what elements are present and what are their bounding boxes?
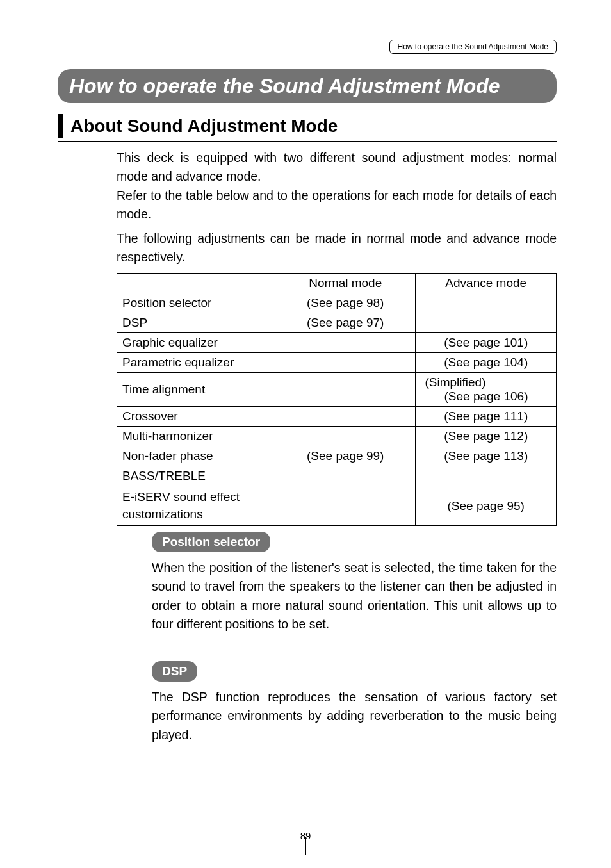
table-row: Position selector (See page 98) [117,293,557,313]
position-selector-heading: Position selector [152,532,270,552]
cell-label: E-iSERV sound effect customizations [117,486,275,526]
th-normal-mode: Normal mode [275,274,416,293]
cell-label: Parametric equalizer [117,353,275,373]
cell-advance: (See page 101) [416,333,557,353]
cell-normal: (See page 99) [275,446,416,466]
dsp-heading: DSP [152,661,197,682]
breadcrumb: How to operate the Sound Adjustment Mode [389,40,557,54]
dsp-body: The DSP function reproduces the sensatio… [152,688,557,744]
cell-advance-line2: (See page 106) [425,389,551,404]
table-header-row: Normal mode Advance mode [117,274,557,293]
cell-label: DSP [117,313,275,333]
cell-normal [275,407,416,427]
cell-normal [275,466,416,486]
cell-advance: (Simplified) (See page 106) [416,373,557,407]
cell-advance [416,313,557,333]
page-tick [306,837,306,855]
section-heading-text: About Sound Adjustment Mode [70,116,338,136]
pill-position-selector: Position selector [152,532,270,552]
cell-label: Graphic equalizer [117,333,275,353]
cell-normal: (See page 97) [275,313,416,333]
section-heading: About Sound Adjustment Mode [58,114,338,138]
cell-advance: (See page 111) [416,407,557,427]
position-selector-body: When the position of the listener's seat… [152,559,557,634]
table-row: Crossover (See page 111) [117,407,557,427]
cell-normal [275,373,416,407]
table-row: Time alignment (Simplified) (See page 10… [117,373,557,407]
cell-advance-line1: (Simplified) [425,375,551,389]
pill-dsp: DSP [152,661,197,682]
intro-paragraphs: This deck is equipped with two different… [117,149,557,224]
intro-p3-block: The following adjustments can be made in… [117,229,557,267]
table-row: Parametric equalizer (See page 104) [117,353,557,373]
th-advance-mode: Advance mode [416,274,557,293]
page-title-banner: How to operate the Sound Adjustment Mode [58,69,557,103]
cell-label: Position selector [117,293,275,313]
heading-bar [58,114,63,138]
table-row: DSP (See page 97) [117,313,557,333]
cell-normal [275,486,416,526]
adjustment-table: Normal mode Advance mode Position select… [117,273,557,526]
cell-advance [416,293,557,313]
table-row: E-iSERV sound effect customizations (See… [117,486,557,526]
cell-normal [275,427,416,446]
intro-p3: The following adjustments can be made in… [117,229,557,267]
cell-label: Multi-harmonizer [117,427,275,446]
cell-normal [275,353,416,373]
cell-label: Non-fader phase [117,446,275,466]
cell-advance: (See page 113) [416,446,557,466]
cell-normal: (See page 98) [275,293,416,313]
table-row: Graphic equalizer (See page 101) [117,333,557,353]
cell-label: BASS/TREBLE [117,466,275,486]
section-underline [58,141,557,142]
table-row: Multi-harmonizer (See page 112) [117,427,557,446]
cell-advance: (See page 112) [416,427,557,446]
cell-label: Crossover [117,407,275,427]
cell-advance: (See page 104) [416,353,557,373]
th-empty [117,274,275,293]
cell-normal [275,333,416,353]
intro-p1: This deck is equipped with two different… [117,149,557,186]
cell-advance [416,466,557,486]
cell-label: Time alignment [117,373,275,407]
table-row: BASS/TREBLE [117,466,557,486]
cell-advance: (See page 95) [416,486,557,526]
intro-p2: Refer to the table below and to the oper… [117,186,557,224]
table-row: Non-fader phase (See page 99) (See page … [117,446,557,466]
